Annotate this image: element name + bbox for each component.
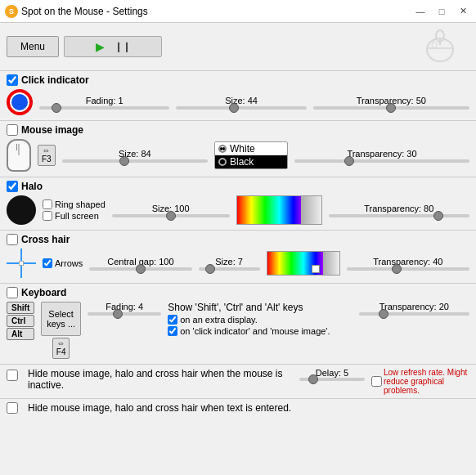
keyboard-transparency-slider[interactable] (359, 312, 469, 316)
keyboard-row: Shift Ctrl Alt Selectkeys ... ⇔ F4 Fadin… (7, 302, 469, 359)
halo-color-picker[interactable] (236, 195, 322, 225)
keyboard-transparency-group: Transparency: 20 (359, 302, 469, 316)
transparency-slider[interactable] (313, 106, 469, 110)
full-screen-label[interactable]: Full screen (43, 211, 106, 221)
f4-arrows: ⇔ (58, 340, 64, 347)
menu-button[interactable]: Menu (7, 36, 59, 57)
low-refresh-checkbox[interactable] (371, 376, 382, 387)
select-keys-button[interactable]: Selectkeys ... (41, 302, 81, 336)
halo-header: Halo (7, 181, 469, 192)
keys-stack: Shift Ctrl Alt (7, 302, 34, 340)
keyboard-checkbox[interactable] (7, 287, 18, 298)
crosshair-title: Cross hair (21, 234, 70, 245)
play-pause-button[interactable]: ▶ ❙❙ (64, 36, 162, 57)
black-option[interactable]: Black (215, 155, 287, 168)
click-indicator-section: Click indicator Fading: 1 Size: 44 Trans… (0, 71, 476, 121)
click-indicator-mouse-image-checkbox[interactable] (168, 326, 177, 336)
ring-shaped-checkbox[interactable] (43, 199, 52, 209)
arrows-label[interactable]: Arrows (43, 258, 83, 268)
keyboard-fading-slider[interactable] (88, 312, 161, 316)
extra-display-checkbox[interactable] (168, 315, 177, 325)
halo-options: Ring shaped Full screen (43, 199, 106, 221)
central-gap-group: Central gap: 100 (89, 257, 191, 271)
click-indicator-check-label[interactable]: on 'click indicator' and 'mouse image'. (168, 326, 352, 336)
keyboard-header: Keyboard (7, 287, 469, 298)
window-controls: — □ ✕ (412, 3, 471, 20)
black-label: Black (230, 156, 254, 168)
click-indicator-title: Click indicator (21, 74, 89, 86)
halo-transparency-group: Transparency: 80 (329, 204, 469, 217)
extra-display-label[interactable]: on an extra display. (168, 315, 352, 325)
f4-label: F4 (56, 347, 66, 356)
hide-inactive-section: Hide mouse image, halo and cross hair wh… (0, 365, 476, 399)
click-indicator-checkbox[interactable] (7, 74, 18, 86)
mouse-transparency-slider[interactable] (294, 159, 469, 163)
click-indicator-icon (7, 89, 33, 115)
f4-key-button[interactable]: ⇔ F4 (52, 338, 70, 359)
mouse-transparency-group: Transparency: 30 (294, 149, 469, 163)
mouse-size-slider[interactable] (62, 159, 208, 163)
crosshair-section: Cross hair Arrows Central gap: 100 Size:… (0, 231, 476, 284)
white-option[interactable]: White (215, 142, 287, 155)
ctrl-key: Ctrl (7, 315, 34, 327)
hide-inactive-row: Hide mouse image, halo and cross hair wh… (7, 368, 469, 395)
halo-checkbox[interactable] (7, 181, 18, 192)
white-label: White (230, 143, 255, 155)
select-and-f4: Selectkeys ... ⇔ F4 (41, 302, 81, 359)
f3-label: F3 (42, 155, 52, 164)
halo-size-group: Size: 100 (112, 204, 230, 217)
halo-size-slider[interactable] (112, 214, 230, 217)
transparency-group: Transparency: 50 (313, 96, 469, 110)
hide-text-label: Hide mouse image, halo and cross hair wh… (28, 402, 291, 414)
keyboard-section: Keyboard Shift Ctrl Alt Selectkeys ... ⇔… (0, 284, 476, 365)
full-screen-checkbox[interactable] (43, 211, 52, 221)
delay-slider[interactable] (299, 378, 365, 381)
crosshair-checkbox[interactable] (7, 234, 18, 245)
halo-icon (7, 195, 36, 225)
minimize-button[interactable]: — (412, 3, 429, 20)
hide-inactive-checkbox[interactable] (7, 370, 18, 381)
close-button[interactable]: ✕ (455, 3, 471, 20)
click-indicator-header: Click indicator (7, 74, 469, 86)
mouse-image-title: Mouse image (21, 124, 83, 136)
keyboard-title: Keyboard (21, 287, 66, 298)
alt-key: Alt (7, 328, 34, 340)
hide-text-checkbox[interactable] (7, 402, 18, 414)
halo-row: Ring shaped Full screen Size: 100 Transp… (7, 195, 469, 225)
delay-group: Delay: 5 (299, 368, 365, 381)
crosshair-transparency-slider[interactable] (347, 267, 469, 271)
crosshair-transparency-group: Transparency: 40 (347, 257, 469, 271)
window-title: Spot on the Mouse - Settings (21, 6, 412, 17)
hide-text-section: Hide mouse image, halo and cross hair wh… (0, 399, 476, 417)
keyboard-fading-group: Fading: 4 (88, 302, 161, 316)
crosshair-row: Arrows Central gap: 100 Size: 7 Transpar… (7, 249, 469, 278)
crosshair-size-slider[interactable] (199, 267, 260, 271)
crosshair-color-picker[interactable] (267, 251, 340, 276)
size-slider[interactable] (176, 106, 306, 110)
arrows-checkbox[interactable] (43, 258, 52, 268)
maximize-button[interactable]: □ (433, 3, 450, 20)
mouse-size-group: Size: 84 (62, 149, 208, 163)
click-indicator-row: Fading: 1 Size: 44 Transparency: 50 (7, 89, 469, 115)
title-bar: S Spot on the Mouse - Settings — □ ✕ (0, 0, 476, 23)
mouse-image-row: ⇔ F3 Size: 84 White Black Transparency: … (7, 139, 469, 172)
toolbar: Menu ▶ ❙❙ (0, 23, 476, 71)
central-gap-slider[interactable] (89, 267, 191, 271)
ring-shaped-label[interactable]: Ring shaped (43, 199, 106, 209)
hide-inactive-label: Hide mouse image, halo and cross hair wh… (28, 368, 293, 391)
fading-slider[interactable] (39, 106, 169, 110)
svg-point-4 (432, 42, 437, 48)
keyboard-checks: Show 'Shift', 'Ctrl' and 'Alt' keys on a… (168, 302, 352, 336)
crosshair-header: Cross hair (7, 234, 469, 245)
hide-text-row: Hide mouse image, halo and cross hair wh… (7, 402, 469, 414)
pause-icon: ❙❙ (115, 41, 131, 52)
shift-key: Shift (7, 302, 34, 314)
app-icon: S (5, 5, 18, 18)
f3-key-button[interactable]: ⇔ F3 (38, 145, 56, 166)
mouse-logo (418, 27, 463, 66)
color-selector: White Black (214, 141, 288, 169)
mouse-image-checkbox[interactable] (7, 124, 18, 136)
halo-transparency-slider[interactable] (329, 214, 469, 217)
low-refresh-note: Low refresh rate. Might reduce graphical… (371, 368, 469, 395)
mouse-image-header: Mouse image (7, 124, 469, 136)
